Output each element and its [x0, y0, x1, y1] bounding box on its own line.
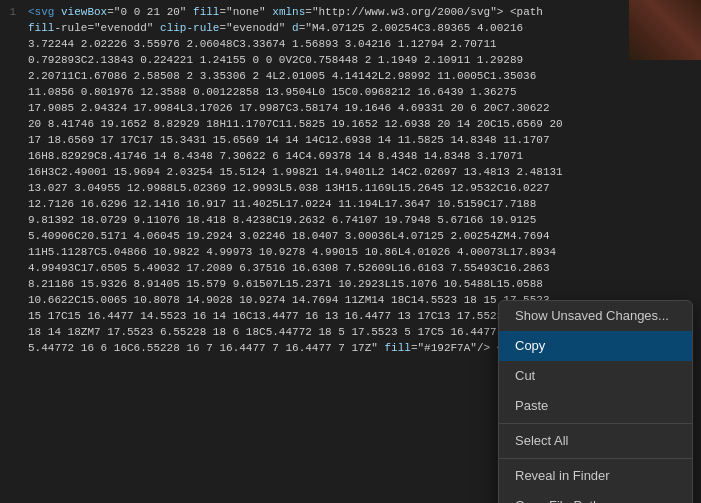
code-line: 12.7126 16.6296 12.1416 16.917 11.4025L1… [0, 196, 701, 212]
menu-separator [499, 423, 692, 424]
line-content: 16H3C2.49001 15.9694 2.03254 15.5124 1.9… [28, 164, 693, 180]
code-line: 11.0856 0.801976 12.3588 0.00122858 13.9… [0, 84, 701, 100]
line-content: fill-rule="evenodd" clip-rule="evenodd" … [28, 20, 693, 36]
code-line: 17.9085 2.94324 17.9984L3.17026 17.9987C… [0, 100, 701, 116]
menu-item-select-all[interactable]: Select All [499, 426, 692, 456]
code-line: 13.027 3.04955 12.9988L5.02369 12.9993L5… [0, 180, 701, 196]
line-content: 3.72244 2.02226 3.55976 2.06048C3.33674 … [28, 36, 693, 52]
code-line: 16H3C2.49001 15.9694 2.03254 15.5124 1.9… [0, 164, 701, 180]
line-content: 17.9085 2.94324 17.9984L3.17026 17.9987C… [28, 100, 693, 116]
line-number: 1 [0, 4, 28, 20]
thumbnail [629, 0, 701, 60]
line-content: 20 8.41746 19.1652 8.82929 18H11.1707C11… [28, 116, 693, 132]
code-line: 0.792893C2.13843 0.224221 1.24155 0 0 0V… [0, 52, 701, 68]
menu-item-reveal-in-finder[interactable]: Reveal in Finder [499, 461, 692, 491]
code-editor: 1<svg viewBox="0 0 21 20" fill="none" xm… [0, 0, 701, 503]
line-content: 16H8.82929C8.41746 14 8.4348 7.30622 6 1… [28, 148, 693, 164]
menu-item-copy-file-path[interactable]: Copy File Path [499, 491, 692, 503]
line-content: 0.792893C2.13843 0.224221 1.24155 0 0 0V… [28, 52, 693, 68]
line-content: 12.7126 16.6296 12.1416 16.917 11.4025L1… [28, 196, 693, 212]
line-content: 11H5.11287C5.04866 10.9822 4.99973 10.92… [28, 244, 693, 260]
code-line: 3.72244 2.02226 3.55976 2.06048C3.33674 … [0, 36, 701, 52]
line-content: 11.0856 0.801976 12.3588 0.00122858 13.9… [28, 84, 693, 100]
line-content: 2.20711C1.67086 2.58508 2 3.35306 2 4L2.… [28, 68, 693, 84]
line-content: 5.40906C20.5171 4.06045 19.2924 3.02246 … [28, 228, 693, 244]
code-line: 2.20711C1.67086 2.58508 2 3.35306 2 4L2.… [0, 68, 701, 84]
code-line: 11H5.11287C5.04866 10.9822 4.99973 10.92… [0, 244, 701, 260]
code-line: fill-rule="evenodd" clip-rule="evenodd" … [0, 20, 701, 36]
line-content: 13.027 3.04955 12.9988L5.02369 12.9993L5… [28, 180, 693, 196]
menu-separator [499, 458, 692, 459]
menu-item-copy[interactable]: Copy [499, 331, 692, 361]
line-content: 17 18.6569 17 17C17 15.3431 15.6569 14 1… [28, 132, 693, 148]
code-line: 1<svg viewBox="0 0 21 20" fill="none" xm… [0, 4, 701, 20]
menu-item-paste[interactable]: Paste [499, 391, 692, 421]
menu-item-show-unsaved-changes[interactable]: Show Unsaved Changes... [499, 301, 692, 331]
code-line: 17 18.6569 17 17C17 15.3431 15.6569 14 1… [0, 132, 701, 148]
context-menu: Show Unsaved Changes...CopyCutPasteSelec… [498, 300, 693, 503]
code-line: 20 8.41746 19.1652 8.82929 18H11.1707C11… [0, 116, 701, 132]
code-line: 4.99493C17.6505 5.49032 17.2089 6.37516 … [0, 260, 701, 276]
line-content: 4.99493C17.6505 5.49032 17.2089 6.37516 … [28, 260, 693, 276]
code-line: 9.81392 18.0729 9.11076 18.418 8.4238C19… [0, 212, 701, 228]
line-content: 8.21186 15.9326 8.91405 15.579 9.61507L1… [28, 276, 693, 292]
line-content: 9.81392 18.0729 9.11076 18.418 8.4238C19… [28, 212, 693, 228]
code-line: 16H8.82929C8.41746 14 8.4348 7.30622 6 1… [0, 148, 701, 164]
menu-item-cut[interactable]: Cut [499, 361, 692, 391]
line-content: <svg viewBox="0 0 21 20" fill="none" xml… [28, 4, 693, 20]
code-line: 5.40906C20.5171 4.06045 19.2924 3.02246 … [0, 228, 701, 244]
code-line: 8.21186 15.9326 8.91405 15.579 9.61507L1… [0, 276, 701, 292]
